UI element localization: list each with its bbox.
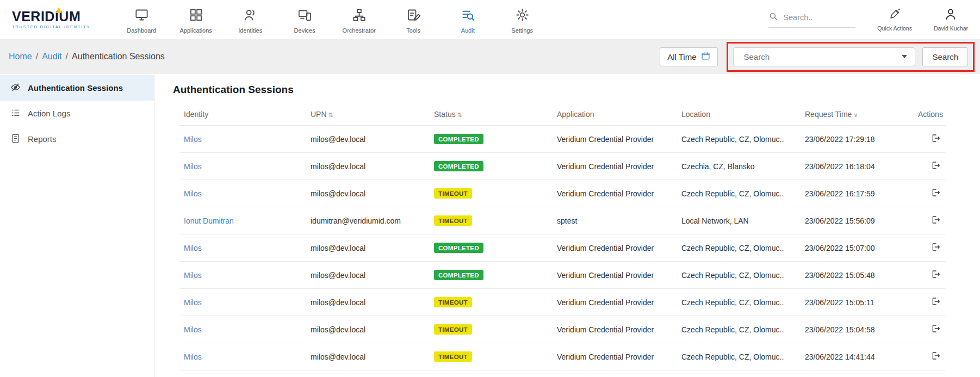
location-cell: Czech Republic, CZ, Olomuc.. [677,262,801,289]
view-session-button[interactable] [930,323,942,336]
view-session-button[interactable] [930,241,942,255]
table-row: Milos milos@dev.local COMPLETED Veridium… [179,153,946,180]
table-row: Milos milos@dev.local TIMEOUT Veridium C… [179,370,946,377]
chevron-down-icon [902,55,907,58]
sort-icon[interactable]: ⇅ [328,112,333,118]
nav-item-settings[interactable]: Settings [495,5,549,34]
sidebar-item-action-logs[interactable]: Action Logs [0,101,154,126]
location-cell: Czech Republic, CZ, Olomuc.. [677,316,801,343]
identity-link[interactable]: Ionut Dumitran [184,217,234,225]
nav-item-applications[interactable]: Applications [169,5,223,34]
time-range-button[interactable]: All Time [660,47,718,66]
table-row: Milos milos@dev.local TIMEOUT Veridium C… [179,180,946,207]
identity-link[interactable]: Milos [184,135,202,144]
sort-icon[interactable]: ∨ [853,112,858,118]
identity-link[interactable]: Milos [184,244,202,252]
identity-link[interactable]: Milos [184,298,202,307]
application-cell: sptest [553,207,677,234]
breadcrumb: Home / Audit / Authentication Sessions [9,52,165,61]
logo-tagline: TRUSTED DIGITAL IDENTITY [12,24,90,29]
upn-cell: milos@dev.local [306,262,430,289]
table-row: Milos milos@dev.local COMPLETED Veridium… [179,262,946,289]
sidebar-item-authentication-sessions[interactable]: Authentication Sessions [0,75,154,101]
status-badge: TIMEOUT [434,215,472,226]
identity-link[interactable]: Milos [184,162,202,171]
identity-link[interactable]: Milos [184,353,202,361]
application-cell: Veridium Credential Provider [553,180,677,207]
nav-label: Orchestrator [343,27,376,34]
nav-label: Audit [461,27,475,34]
dashboard-icon [134,8,149,24]
orchestrator-icon [352,8,367,24]
quick-actions-icon [888,8,901,23]
logo-flame-icon [55,6,63,16]
nav-item-devices[interactable]: Devices [277,5,332,34]
location-cell: Czech Republic, CZ, Olomuc.. [677,370,801,377]
sort-icon[interactable]: ⇅ [457,112,462,118]
nav-item-orchestrator[interactable]: Orchestrator [332,5,386,34]
upn-cell: milos@dev.local [306,289,430,316]
upn-cell: milos@dev.local [306,234,430,262]
nav-item-audit[interactable]: Audit [441,5,495,34]
search-icon [768,11,778,23]
view-session-button[interactable] [930,295,942,309]
sessions-tbody: Milos milos@dev.local COMPLETED Veridium… [179,126,946,377]
location-cell: Czech Republic, CZ, Olomuc.. [677,180,801,207]
quick-actions-button[interactable]: Quick Actions [877,8,912,32]
status-badge: TIMEOUT [434,324,472,335]
devices-icon [297,8,312,24]
location-cell: Czech Republic, CZ, Olomuc.. [677,289,801,316]
audit-icon [461,8,475,24]
view-session-button[interactable] [930,187,942,200]
status-badge: COMPLETED [434,161,483,171]
nav-item-identities[interactable]: Identities [223,5,277,34]
reports-icon [10,133,21,145]
identity-link[interactable]: Milos [184,189,202,198]
global-search [768,11,855,28]
nav-label: Settings [511,27,533,34]
sidebar-item-label: Authentication Sessions [28,83,123,92]
identity-link[interactable]: Milos [184,271,202,280]
nav-item-tools[interactable]: Tools [386,5,441,34]
global-search-input[interactable] [783,13,847,22]
application-cell: Veridium Credential Provider [553,262,677,289]
location-cell: Local Network, LAN [677,207,801,234]
nav-label: Dashboard [127,27,156,34]
col-location: Location [677,104,801,126]
col-status[interactable]: Status⇅ [430,104,553,126]
view-session-button[interactable] [930,350,942,363]
search-button[interactable]: Search [922,47,968,66]
application-cell: Veridium Credential Provider [553,343,677,370]
table-row: Milos milos@dev.local TIMEOUT Veridium C… [179,316,946,343]
application-cell: Veridium Credential Provider [553,316,677,343]
status-badge: TIMEOUT [434,188,472,199]
nav-item-dashboard[interactable]: Dashboard [114,5,169,34]
main-navigation: Dashboard Applications Identities Device… [114,5,549,34]
view-session-button[interactable] [930,214,942,227]
table-row: Milos milos@dev.local TIMEOUT Veridium C… [179,343,946,370]
application-cell: Veridium Credential Provider [553,289,677,316]
main-content: Authentication Sessions Identity UPN⇅ St… [154,74,980,377]
search-highlight-box: Search Search [727,42,975,72]
sidebar-item-reports[interactable]: Reports [0,126,154,152]
nav-label: Devices [294,27,315,34]
request-time-cell: 23/06/2022 17:29:18 [801,126,914,153]
upn-cell: idumitran@veridiumid.com [306,207,430,234]
sessions-table: Identity UPN⇅ Status⇅ Application Locati… [179,104,946,377]
user-menu[interactable]: David Kuchar [934,8,968,32]
col-actions: Actions [914,104,946,126]
view-session-button[interactable] [930,268,942,282]
col-upn[interactable]: UPN⇅ [306,104,430,126]
breadcrumb-bar: Home / Audit / Authentication Sessions A… [0,39,980,74]
search-type-dropdown[interactable]: Search [733,47,915,66]
request-time-cell: 23/06/2022 15:05:11 [801,289,914,316]
session-eye-icon [10,82,21,94]
breadcrumb-audit-link[interactable]: Audit [42,52,61,61]
identity-link[interactable]: Milos [184,325,202,334]
veridium-logo[interactable]: VERIDIUM TRUSTED DIGITAL IDENTITY [12,10,90,29]
view-session-button[interactable] [930,132,942,146]
breadcrumb-home-link[interactable]: Home [9,52,32,61]
col-request-time[interactable]: Request Time∨ [801,104,914,126]
upn-cell: milos@dev.local [306,316,430,343]
view-session-button[interactable] [930,159,942,173]
